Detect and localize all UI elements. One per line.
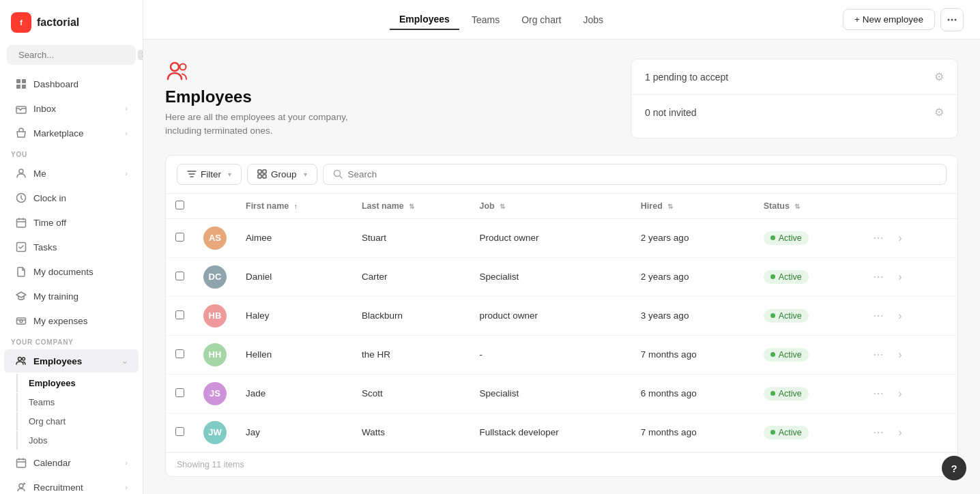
hired-col-header[interactable]: Hired ⇅ — [631, 194, 754, 219]
avatar: JW — [203, 421, 227, 444]
logo-icon: f — [11, 12, 31, 33]
dashboard-label: Dashboard — [33, 79, 78, 89]
employees-table-area: Filter ▾ Group ▾ — [165, 155, 958, 477]
calendar2-icon — [15, 456, 27, 469]
row-more-button[interactable]: ⋯ — [869, 345, 888, 364]
page-description: Here are all the employees at your compa… — [165, 111, 614, 139]
row-navigate-button[interactable]: › — [891, 384, 910, 403]
row-more-button[interactable]: ⋯ — [869, 384, 888, 403]
svg-rect-5 — [22, 79, 26, 83]
sidebar-item-employees[interactable]: Employees ⌄ — [4, 349, 139, 373]
first-name-cell: Haley — [236, 296, 352, 335]
filter-button[interactable]: Filter ▾ — [177, 164, 242, 185]
row-navigate-button[interactable]: › — [891, 229, 910, 248]
row-checkbox-0[interactable] — [175, 233, 184, 242]
logo: f factorial — [0, 0, 143, 42]
sidebar-item-calendar[interactable]: Calendar › — [4, 451, 139, 474]
pending-gear-icon[interactable]: ⚙ — [934, 70, 944, 83]
filter-icon — [187, 169, 197, 179]
sidebar-item-inbox[interactable]: Inbox › — [4, 97, 139, 120]
row-more-button[interactable]: ⋯ — [869, 229, 888, 248]
status-badge: Active — [764, 231, 809, 245]
training-icon — [15, 290, 27, 302]
row-checkbox-3[interactable] — [175, 349, 184, 358]
row-checkbox-4[interactable] — [175, 388, 184, 397]
sidebar-item-my-expenses[interactable]: My expenses — [4, 309, 139, 332]
avatar-cell: HH — [194, 335, 236, 374]
subnav-org-chart[interactable]: Org chart — [23, 412, 139, 431]
info-card-not-invited: 0 not invited ⚙ — [631, 95, 957, 130]
row-checkbox-5[interactable] — [175, 427, 184, 436]
status-col-header[interactable]: Status ⇅ — [754, 194, 859, 219]
more-icon — [947, 14, 957, 25]
topnav-actions: + New employee — [843, 8, 964, 31]
expense-icon — [15, 315, 27, 327]
topnav-link-jobs[interactable]: Jobs — [574, 10, 614, 29]
status-badge: Active — [764, 426, 809, 439]
search-bar[interactable]: ⌘K — [7, 45, 136, 65]
sidebar-item-marketplace[interactable]: Marketplace › — [4, 121, 139, 145]
sidebar-item-dashboard[interactable]: Dashboard — [4, 72, 139, 96]
row-checkbox-2[interactable] — [175, 310, 184, 319]
clock-in-label: Clock in — [33, 193, 66, 203]
more-options-button[interactable] — [940, 8, 964, 31]
group-button[interactable]: Group ▾ — [247, 164, 317, 185]
employees-page-icon — [165, 59, 190, 83]
row-navigate-button[interactable]: › — [891, 423, 910, 442]
subnav-teams[interactable]: Teams — [23, 393, 139, 411]
subnav-org-chart-label: Org chart — [29, 416, 66, 426]
avatar-cell: DC — [194, 257, 236, 296]
actions-col-header — [859, 194, 957, 219]
page-content: Employees Here are all the employees at … — [143, 40, 980, 494]
first-name-cell: Jade — [236, 374, 352, 413]
status-badge: Active — [764, 270, 809, 284]
person-icon — [15, 167, 27, 179]
row-actions: ⋯ › — [869, 267, 948, 287]
sidebar-item-tasks[interactable]: Tasks — [4, 235, 139, 259]
row-more-button[interactable]: ⋯ — [869, 306, 888, 325]
job-col-header[interactable]: Job ⇅ — [470, 194, 631, 219]
not-invited-gear-icon[interactable]: ⚙ — [934, 106, 944, 119]
avatar-cell: JS — [194, 374, 236, 413]
row-more-button[interactable]: ⋯ — [869, 267, 888, 287]
first-name-col-header[interactable]: First name ↑ — [236, 194, 352, 219]
sidebar-item-my-documents[interactable]: My documents — [4, 260, 139, 283]
hired-cell: 7 months ago — [631, 335, 754, 374]
last-name-col-header[interactable]: Last name ⇅ — [352, 194, 470, 219]
my-documents-label: My documents — [33, 267, 93, 277]
avatar-cell: JW — [194, 413, 236, 452]
filter-label: Filter — [201, 169, 221, 179]
sidebar-item-me[interactable]: Me › — [4, 162, 139, 185]
group-caret: ▾ — [304, 171, 307, 178]
row-actions-cell: ⋯ › — [859, 413, 957, 452]
row-checkbox-1[interactable] — [175, 272, 184, 280]
topnav-link-teams[interactable]: Teams — [462, 10, 509, 29]
subnav-jobs[interactable]: Jobs — [23, 431, 139, 450]
help-button[interactable]: ? — [942, 456, 966, 480]
select-all-checkbox[interactable] — [175, 201, 184, 209]
sidebar-item-clock-in[interactable]: Clock in — [4, 186, 139, 209]
sidebar-item-time-off[interactable]: Time off — [4, 211, 139, 234]
search-input[interactable] — [18, 50, 133, 60]
me-chevron: › — [125, 169, 128, 177]
row-more-button[interactable]: ⋯ — [869, 423, 888, 442]
table-search-input[interactable] — [348, 169, 936, 179]
first-name-cell: Aimee — [236, 218, 352, 257]
sidebar-item-recruitment[interactable]: Recruitment › — [4, 476, 139, 494]
sidebar-item-my-training[interactable]: My training — [4, 285, 139, 308]
row-navigate-button[interactable]: › — [891, 345, 910, 364]
avatar-cell: AS — [194, 218, 236, 257]
select-all-col — [166, 194, 194, 219]
row-navigate-button[interactable]: › — [891, 306, 910, 325]
subnav-employees[interactable]: Employees — [23, 374, 139, 392]
hired-sort-icon: ⇅ — [667, 203, 673, 210]
row-actions: ⋯ › — [869, 345, 948, 364]
table-search-field[interactable] — [323, 164, 947, 185]
topnav-link-org-chart[interactable]: Org chart — [512, 10, 571, 29]
row-navigate-button[interactable]: › — [891, 267, 910, 287]
row-checkbox-cell — [166, 374, 194, 413]
topnav-link-employees[interactable]: Employees — [390, 10, 459, 30]
new-employee-button[interactable]: + New employee — [843, 9, 935, 30]
doc-icon — [15, 265, 27, 278]
table-toolbar: Filter ▾ Group ▾ — [166, 156, 957, 194]
